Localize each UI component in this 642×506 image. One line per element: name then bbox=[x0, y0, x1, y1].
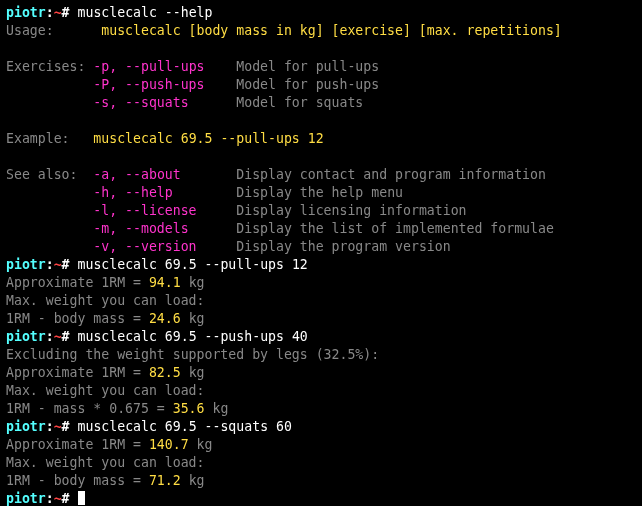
seealso-header: See also: -a, --about Display contact an… bbox=[6, 167, 546, 182]
prompt-line: piotr:~# musclecalc 69.5 --push-ups 40 bbox=[6, 329, 308, 344]
example-line: Example: musclecalc 69.5 --pull-ups 12 bbox=[6, 131, 324, 146]
result-line: 1RM - body mass = 71.2 kg bbox=[6, 473, 205, 488]
result-line: 1RM - body mass = 24.6 kg bbox=[6, 311, 205, 326]
command-text: musclecalc 69.5 --pull-ups 12 bbox=[78, 257, 308, 272]
command-text: musclecalc 69.5 --squats 60 bbox=[78, 419, 292, 434]
exercises-header: Exercises: -p, --pull-ups Model for pull… bbox=[6, 59, 379, 74]
command-text: musclecalc --help bbox=[78, 5, 213, 20]
prompt-line-active[interactable]: piotr:~# bbox=[6, 491, 85, 506]
result-line: Approximate 1RM = 140.7 kg bbox=[6, 437, 212, 452]
usage-line: Usage: musclecalc [body mass in kg] [exe… bbox=[6, 23, 562, 38]
result-line: Approximate 1RM = 94.1 kg bbox=[6, 275, 205, 290]
terminal-output[interactable]: piotr:~# musclecalc --help Usage: muscle… bbox=[0, 0, 642, 506]
seealso-row: -l, --license Display licensing informat… bbox=[6, 203, 467, 218]
prompt-line: piotr:~# musclecalc 69.5 --squats 60 bbox=[6, 419, 292, 434]
seealso-row: -v, --version Display the program versio… bbox=[6, 239, 451, 254]
command-text: musclecalc 69.5 --push-ups 40 bbox=[78, 329, 308, 344]
result-line: Approximate 1RM = 82.5 kg bbox=[6, 365, 205, 380]
prompt-path: ~ bbox=[54, 5, 62, 20]
exercise-row: -s, --squats Model for squats bbox=[6, 95, 363, 110]
result-line: Max. weight you can load: bbox=[6, 455, 205, 470]
prompt-sep: : bbox=[46, 5, 54, 20]
seealso-row: -m, --models Display the list of impleme… bbox=[6, 221, 554, 236]
result-line: Excluding the weight supported by legs (… bbox=[6, 347, 379, 362]
prompt-user: piotr bbox=[6, 5, 46, 20]
prompt-line: piotr:~# musclecalc 69.5 --pull-ups 12 bbox=[6, 257, 308, 272]
exercise-row: -P, --push-ups Model for push-ups bbox=[6, 77, 379, 92]
prompt-hash: # bbox=[62, 5, 78, 20]
result-line: Max. weight you can load: bbox=[6, 383, 205, 398]
cursor-icon bbox=[78, 491, 85, 505]
result-line: Max. weight you can load: bbox=[6, 293, 205, 308]
prompt-line: piotr:~# musclecalc --help bbox=[6, 5, 212, 20]
seealso-row: -h, --help Display the help menu bbox=[6, 185, 403, 200]
result-line: 1RM - mass * 0.675 = 35.6 kg bbox=[6, 401, 228, 416]
